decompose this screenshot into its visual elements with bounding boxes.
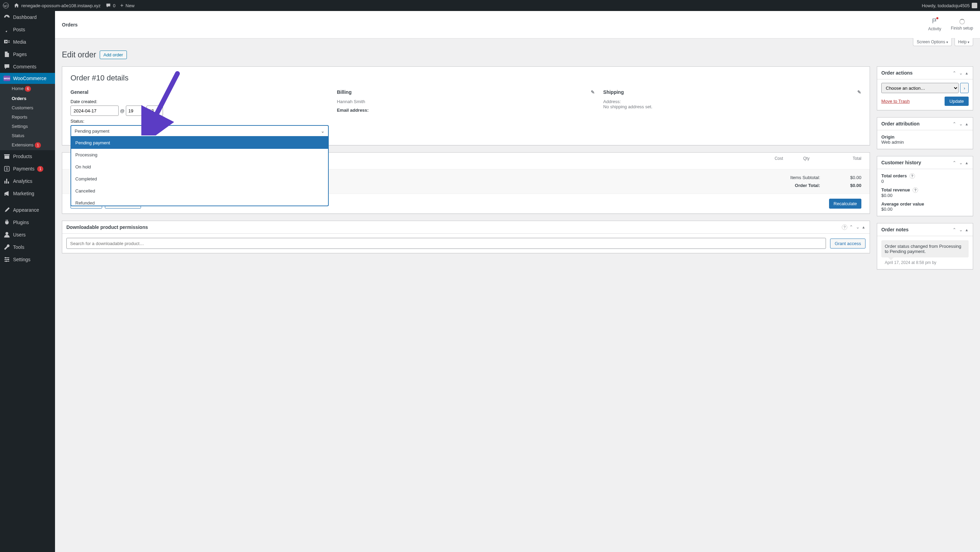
help-icon[interactable]: ? bbox=[842, 224, 847, 230]
submenu-home[interactable]: Home 6 bbox=[0, 84, 55, 94]
date-created-label: Date created: bbox=[70, 99, 329, 104]
move-up-icon[interactable]: ⌃ bbox=[952, 227, 957, 232]
move-up-icon[interactable]: ⌃ bbox=[952, 160, 957, 165]
move-down-icon[interactable]: ⌄ bbox=[958, 160, 964, 165]
status-select[interactable]: Pending payment ⌄ bbox=[70, 125, 329, 137]
menu-tools[interactable]: Tools bbox=[0, 241, 55, 253]
billing-heading: Billing bbox=[337, 89, 352, 95]
cost-col-label: Cost bbox=[765, 156, 792, 161]
menu-woocommerce[interactable]: woo WooCommerce bbox=[0, 73, 55, 84]
page-icon bbox=[3, 51, 10, 58]
status-option-processing[interactable]: Processing bbox=[71, 149, 328, 161]
search-downloadable-input[interactable] bbox=[66, 238, 826, 249]
menu-appearance[interactable]: Appearance bbox=[0, 204, 55, 216]
move-to-trash-link[interactable]: Move to Trash bbox=[881, 98, 910, 104]
progress-circle-icon bbox=[959, 19, 965, 24]
screen-options-tab[interactable]: Screen Options bbox=[913, 38, 952, 46]
time-separator: : bbox=[144, 108, 145, 113]
status-option-cancelled[interactable]: Cancelled bbox=[71, 185, 328, 197]
woocommerce-submenu: Home 6 Orders Customers Reports Settings… bbox=[0, 84, 55, 150]
status-option-pending[interactable]: Pending payment bbox=[71, 137, 328, 149]
move-up-icon[interactable]: ⌃ bbox=[952, 70, 957, 76]
minute-input[interactable] bbox=[146, 106, 163, 116]
total-col-label: Total bbox=[820, 156, 861, 161]
toggle-icon[interactable]: ▴ bbox=[965, 70, 969, 76]
add-order-button[interactable]: Add order bbox=[100, 51, 127, 59]
dollar-icon: $ bbox=[3, 165, 10, 172]
submenu-status[interactable]: Status bbox=[0, 131, 55, 140]
menu-posts[interactable]: Posts bbox=[0, 23, 55, 36]
move-down-icon[interactable]: ⌄ bbox=[958, 227, 964, 232]
menu-marketing[interactable]: Marketing bbox=[0, 187, 55, 200]
menu-analytics[interactable]: Analytics bbox=[0, 175, 55, 187]
comment-count: 0 bbox=[113, 3, 116, 8]
sliders-icon bbox=[3, 256, 10, 263]
menu-pages[interactable]: Pages bbox=[0, 48, 55, 60]
help-icon[interactable]: ? bbox=[913, 187, 918, 193]
site-home-link[interactable]: renegade-opossum-a0e108.instawp.xyz bbox=[14, 3, 101, 8]
origin-label: Origin bbox=[881, 135, 969, 140]
menu-settings[interactable]: Settings bbox=[0, 253, 55, 266]
submenu-settings[interactable]: Settings bbox=[0, 122, 55, 131]
date-input[interactable] bbox=[70, 106, 119, 116]
submenu-orders[interactable]: Orders bbox=[0, 94, 55, 103]
submenu-customers[interactable]: Customers bbox=[0, 103, 55, 113]
menu-plugins[interactable]: Plugins bbox=[0, 216, 55, 228]
shipping-column: Shipping ✎ Address: No shipping address … bbox=[603, 89, 861, 137]
menu-products[interactable]: Products bbox=[0, 150, 55, 163]
help-tab[interactable]: Help bbox=[955, 38, 973, 46]
menu-dashboard[interactable]: Dashboard bbox=[0, 11, 55, 23]
status-option-onhold[interactable]: On hold bbox=[71, 161, 328, 173]
svg-text:$: $ bbox=[6, 167, 8, 171]
apply-action-button[interactable]: › bbox=[960, 83, 969, 93]
menu-media[interactable]: Media bbox=[0, 36, 55, 48]
recalculate-button[interactable]: Recalculate bbox=[829, 199, 861, 209]
home-badge: 6 bbox=[25, 86, 31, 92]
help-icon[interactable]: ? bbox=[910, 173, 915, 179]
status-dropdown: Pending payment Processing On hold Compl… bbox=[70, 137, 329, 206]
media-icon bbox=[3, 38, 10, 45]
customer-history-title: Customer history bbox=[881, 160, 921, 165]
toggle-icon[interactable]: ▴ bbox=[965, 227, 969, 232]
admin-bar: renegade-opossum-a0e108.instawp.xyz 0 + … bbox=[0, 0, 980, 11]
submenu-extensions[interactable]: Extensions 1 bbox=[0, 140, 55, 150]
total-orders-value: 0 bbox=[881, 179, 969, 184]
update-button[interactable]: Update bbox=[945, 97, 969, 106]
notification-dot-icon bbox=[936, 17, 939, 19]
order-action-select[interactable]: Choose an action… bbox=[881, 83, 959, 93]
toggle-icon[interactable]: ▴ bbox=[965, 121, 969, 127]
menu-users[interactable]: Users bbox=[0, 228, 55, 241]
submenu-reports[interactable]: Reports bbox=[0, 113, 55, 122]
new-label: New bbox=[126, 3, 134, 8]
menu-comments[interactable]: Comments bbox=[0, 60, 55, 73]
finish-setup-button[interactable]: Finish setup bbox=[951, 19, 973, 30]
comments-link[interactable]: 0 bbox=[105, 3, 116, 8]
move-up-icon[interactable]: ⌃ bbox=[849, 224, 854, 230]
total-orders-label: Total orders bbox=[881, 173, 907, 178]
downloadable-box: Downloadable product permissions ? ⌃ ⌄ ▴… bbox=[62, 220, 870, 253]
gauge-icon bbox=[3, 14, 10, 21]
wrench-icon bbox=[3, 244, 10, 251]
new-content-link[interactable]: + New bbox=[120, 2, 134, 9]
wp-logo[interactable] bbox=[3, 2, 9, 9]
extensions-badge: 1 bbox=[35, 142, 41, 148]
general-column: General Date created: @ : Status: bbox=[70, 89, 329, 137]
status-option-completed[interactable]: Completed bbox=[71, 173, 328, 185]
grant-access-button[interactable]: Grant access bbox=[830, 238, 865, 249]
subtotal-label: Items Subtotal: bbox=[790, 175, 820, 180]
move-up-icon[interactable]: ⌃ bbox=[952, 121, 957, 127]
move-down-icon[interactable]: ⌄ bbox=[958, 121, 964, 127]
edit-billing-icon[interactable]: ✎ bbox=[591, 89, 595, 95]
status-option-refunded[interactable]: Refunded bbox=[71, 197, 328, 206]
menu-payments[interactable]: $ Payments 1 bbox=[0, 163, 55, 175]
howdy-account[interactable]: Howdy, tododadoju4505 bbox=[922, 3, 977, 8]
toggle-icon[interactable]: ▴ bbox=[965, 160, 969, 165]
move-down-icon[interactable]: ⌄ bbox=[855, 224, 860, 230]
edit-shipping-icon[interactable]: ✎ bbox=[857, 89, 861, 95]
activity-button[interactable]: Activity bbox=[928, 18, 941, 31]
hour-input[interactable] bbox=[126, 106, 142, 116]
status-label: Status: bbox=[70, 119, 329, 124]
toggle-icon[interactable]: ▴ bbox=[862, 224, 865, 230]
order-details-box: Order #10 details General Date created: bbox=[62, 66, 870, 145]
move-down-icon[interactable]: ⌄ bbox=[958, 70, 964, 76]
